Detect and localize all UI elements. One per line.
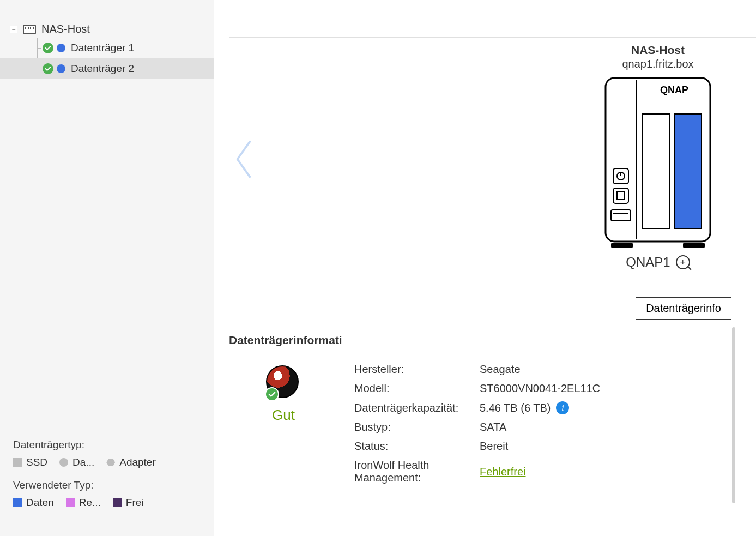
disk-info-section: Datenträgerinformati Gut Hersteller: Sea… xyxy=(229,334,731,487)
main-panel: NAS-Host qnap1.fritz.box QNAP QNAP1 + xyxy=(214,0,756,536)
kv-row-bustype: Bustyp: SATA xyxy=(354,418,731,437)
tree-item-disk1[interactable]: Datenträger 1 xyxy=(29,38,214,58)
device-hostname: qnap1.fritz.box xyxy=(592,58,723,70)
svg-rect-12 xyxy=(683,243,705,248)
legend-item-daten: Daten xyxy=(13,497,54,509)
legend-disktype-title: Datenträgertyp: xyxy=(13,439,204,451)
legend-item-reserved: Re... xyxy=(66,497,101,509)
svg-rect-3 xyxy=(674,114,701,228)
disk-type-dot-icon xyxy=(57,64,65,73)
kv-key: Hersteller: xyxy=(354,363,480,376)
separator xyxy=(229,37,756,38)
prev-device-button[interactable] xyxy=(230,137,257,181)
zoom-in-button[interactable]: + xyxy=(676,255,690,269)
legend-label: Da... xyxy=(72,456,94,468)
legend-disktype-row: SSD Da... Adapter xyxy=(13,456,204,468)
drive-health-icon xyxy=(266,365,301,400)
disk-info-button[interactable]: Datenträgerinfo xyxy=(636,297,731,320)
kv-column: Hersteller: Seagate Modell: ST6000VN0041… xyxy=(354,360,731,487)
legend-label: Re... xyxy=(79,497,101,509)
status-column: Gut xyxy=(229,360,338,424)
health-status-text: Gut xyxy=(229,407,338,424)
device-name-row: QNAP1 + xyxy=(592,255,723,270)
swatch-square-icon xyxy=(113,498,122,507)
device-title: NAS-Host xyxy=(592,44,723,57)
svg-rect-11 xyxy=(611,243,633,248)
tree-item-disk2[interactable]: Datenträger 2 xyxy=(0,58,214,79)
kv-val: Seagate xyxy=(480,363,521,376)
svg-rect-9 xyxy=(611,210,631,221)
legend-item-ssd: SSD xyxy=(13,456,47,468)
swatch-square-icon xyxy=(13,498,22,507)
kv-val: Bereit xyxy=(480,440,508,453)
kv-key: IronWolf Health Management: xyxy=(354,459,480,484)
nas-icon xyxy=(23,25,36,34)
device-name: QNAP1 xyxy=(626,255,670,270)
swatch-hex-icon xyxy=(106,459,115,466)
swatch-square-icon xyxy=(13,458,22,467)
status-ok-icon xyxy=(265,387,279,401)
swatch-square-icon xyxy=(66,498,75,507)
chevron-left-icon xyxy=(233,138,254,180)
legend-usedtype-row: Daten Re... Frei xyxy=(13,497,204,509)
kv-row-model: Modell: ST6000VN0041-2EL11C xyxy=(354,379,731,398)
ironwolf-health-link[interactable]: Fehlerfrei xyxy=(480,466,525,478)
kv-key: Status: xyxy=(354,440,480,453)
kv-key: Modell: xyxy=(354,382,480,395)
legend-label: SSD xyxy=(26,456,47,468)
disk-type-dot-icon xyxy=(57,44,65,52)
legend-item-free: Frei xyxy=(113,497,144,509)
kv-key: Datenträgerkapazität: xyxy=(354,402,480,414)
kv-row-manufacturer: Hersteller: Seagate xyxy=(354,360,731,379)
info-grid: Gut Hersteller: Seagate Modell: ST6000VN… xyxy=(229,360,731,487)
legend-label: Frei xyxy=(126,497,144,509)
status-ok-icon xyxy=(43,63,53,74)
legend-item-data: Da... xyxy=(59,456,94,468)
capacity-info-button[interactable]: i xyxy=(556,401,569,414)
swatch-circle-icon xyxy=(59,458,68,467)
legend-label: Adapter xyxy=(119,456,156,468)
nas-device-icon: QNAP xyxy=(603,76,712,250)
collapse-icon[interactable]: − xyxy=(10,26,17,33)
device-block: NAS-Host qnap1.fritz.box QNAP QNAP1 + xyxy=(592,44,723,270)
kv-val: 5.46 TB (6 TB) xyxy=(480,402,551,414)
legend: Datenträgertyp: SSD Da... Adapter Verwen… xyxy=(13,439,204,520)
tree-item-label: Datenträger 1 xyxy=(71,42,134,54)
legend-usedtype-title: Verwendeter Typ: xyxy=(13,479,204,491)
svg-rect-2 xyxy=(643,114,670,228)
kv-row-ironwolf: IronWolf Health Management: Fehlerfrei xyxy=(354,456,731,487)
legend-label: Daten xyxy=(26,497,54,509)
tree-item-label: Datenträger 2 xyxy=(71,63,134,75)
kv-val: ST6000VN0041-2EL11C xyxy=(480,382,600,395)
tree-root-node[interactable]: − NAS-Host xyxy=(0,21,214,38)
legend-item-adapter: Adapter xyxy=(106,456,156,468)
sidebar: − NAS-Host Datenträger 1 Datenträger 2 xyxy=(0,0,214,536)
tree-root-label: NAS-Host xyxy=(41,23,90,35)
info-heading: Datenträgerinformati xyxy=(229,334,343,347)
status-ok-icon xyxy=(43,43,53,53)
brand-text: QNAP xyxy=(660,85,688,95)
kv-key: Bustyp: xyxy=(354,421,480,433)
kv-row-capacity: Datenträgerkapazität: 5.46 TB (6 TB) i xyxy=(354,398,731,418)
scrollbar[interactable] xyxy=(732,327,735,503)
tree-children: Datenträger 1 Datenträger 2 xyxy=(29,38,214,79)
disk-info-button-label: Datenträgerinfo xyxy=(646,302,721,314)
device-tree: − NAS-Host Datenträger 1 Datenträger 2 xyxy=(0,0,214,79)
kv-val: SATA xyxy=(480,421,506,433)
kv-row-status: Status: Bereit xyxy=(354,437,731,456)
svg-rect-7 xyxy=(613,188,628,203)
